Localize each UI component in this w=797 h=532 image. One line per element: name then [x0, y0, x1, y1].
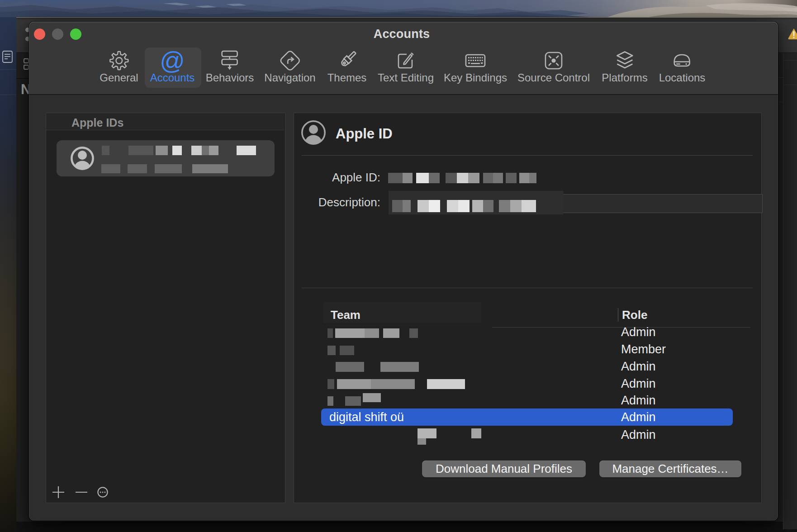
svg-text:N: N — [21, 81, 29, 97]
